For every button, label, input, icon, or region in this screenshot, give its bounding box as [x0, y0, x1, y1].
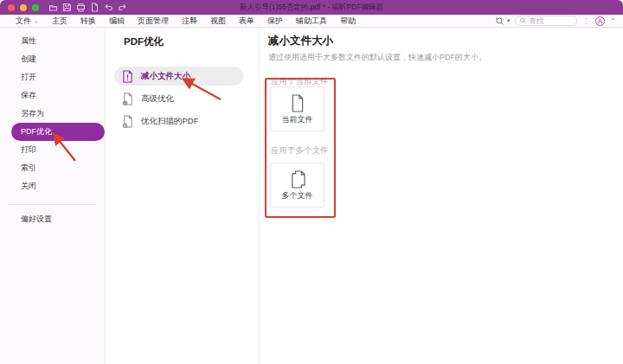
- reduce-file-size-icon: [122, 70, 133, 83]
- multiple-files-card[interactable]: 多个文件: [270, 163, 324, 208]
- menu-edit[interactable]: 编辑: [109, 16, 125, 27]
- account-avatar-icon[interactable]: [595, 16, 605, 26]
- menubar-right-cluster: ▾ ⋮ ⌃: [495, 16, 616, 26]
- menu-convert[interactable]: 转换: [80, 16, 96, 27]
- card-label: 当前文件: [282, 114, 313, 125]
- current-file-card[interactable]: 当前文件: [270, 86, 324, 131]
- optimize-scanned-pdf-icon: [122, 115, 133, 128]
- single-file-icon: [290, 94, 305, 112]
- menu-comment[interactable]: 注释: [182, 16, 197, 27]
- menu-protect[interactable]: 保护: [267, 16, 283, 27]
- option-optimize-scanned-pdf[interactable]: 优化扫描的PDF: [114, 112, 243, 131]
- search-box[interactable]: [515, 16, 577, 26]
- menu-form[interactable]: 表单: [239, 16, 254, 27]
- reduce-file-size-detail-panel: 减小文件大小 通过使用适用于大多数文件的默认设置，快速减小PDF的大小。 应用于…: [260, 28, 623, 364]
- menu-file[interactable]: 文件⌄: [16, 16, 39, 27]
- advanced-optimize-icon: [122, 93, 133, 105]
- menu-view[interactable]: 视图: [210, 16, 226, 27]
- sidebar-item-print[interactable]: 打印: [0, 141, 105, 159]
- menu-accessibility-tools[interactable]: 辅助工具: [296, 16, 327, 27]
- detail-description: 通过使用适用于大多数文件的默认设置，快速减小PDF的大小。: [268, 52, 486, 63]
- collapse-ribbon-icon[interactable]: ⌃: [610, 17, 616, 25]
- chevron-down-icon: ⌄: [34, 17, 39, 24]
- menu-help[interactable]: 帮助: [340, 16, 356, 27]
- sidebar-item-save-as[interactable]: 另存为: [0, 105, 105, 123]
- search-icon: [520, 17, 526, 24]
- option-label: 高级优化: [141, 93, 174, 105]
- sidebar-divider: [9, 204, 96, 205]
- divider-dots-icon: ⋮: [582, 17, 590, 25]
- menu-page-management[interactable]: 页面管理: [138, 16, 169, 27]
- sidebar-item-pdf-optimize[interactable]: PDF优化: [11, 123, 105, 141]
- content: 属性 创建 打开 保存 另存为 PDF优化 打印 索引 关闭 偏好设置 PDF优…: [0, 28, 623, 364]
- find-replace-icon[interactable]: ▾: [495, 16, 511, 26]
- option-label: 减小文件大小: [141, 71, 190, 82]
- menu-home[interactable]: 主页: [52, 16, 67, 27]
- pdf-optimize-panel: PDF优化 减小文件大小 高级优化: [106, 28, 260, 364]
- sidebar-item-preferences[interactable]: 偏好设置: [0, 210, 105, 228]
- sidebar-item-create[interactable]: 创建: [0, 50, 105, 68]
- card-label: 多个文件: [282, 190, 313, 201]
- sidebar-item-save[interactable]: 保存: [0, 86, 105, 105]
- app-window: 新人引导(1)55否定的.pdf * - 福昕PDF编辑器 文件⌄ 主页 转换 …: [0, 0, 623, 364]
- optimize-options-list: 减小文件大小 高级优化 优化扫描的PDF: [106, 67, 259, 134]
- detail-title: 减小文件大小: [268, 34, 333, 48]
- search-input[interactable]: [529, 16, 572, 25]
- multiple-files-icon: [290, 170, 305, 188]
- menu-bar: 文件⌄ 主页 转换 编辑 页面管理 注释 视图 表单 保护 辅助工具 帮助 ▾ …: [0, 15, 623, 28]
- section-label-multiple-files: 应用于多个文件: [271, 145, 329, 156]
- chevron-down-icon: ▾: [507, 17, 511, 24]
- option-label: 优化扫描的PDF: [141, 116, 199, 127]
- sidebar-item-close[interactable]: 关闭: [0, 177, 105, 195]
- sidebar-item-open[interactable]: 打开: [0, 68, 105, 86]
- sidebar-item-properties[interactable]: 属性: [0, 32, 105, 50]
- panel-title: PDF优化: [124, 35, 164, 48]
- sidebar-item-index[interactable]: 索引: [0, 159, 105, 177]
- file-sidebar: 属性 创建 打开 保存 另存为 PDF优化 打印 索引 关闭 偏好设置: [0, 28, 106, 364]
- option-advanced-optimize[interactable]: 高级优化: [114, 89, 243, 108]
- window-title: 新人引导(1)55否定的.pdf * - 福昕PDF编辑器: [0, 3, 623, 13]
- titlebar: 新人引导(1)55否定的.pdf * - 福昕PDF编辑器: [0, 0, 623, 15]
- option-reduce-file-size[interactable]: 减小文件大小: [114, 67, 243, 86]
